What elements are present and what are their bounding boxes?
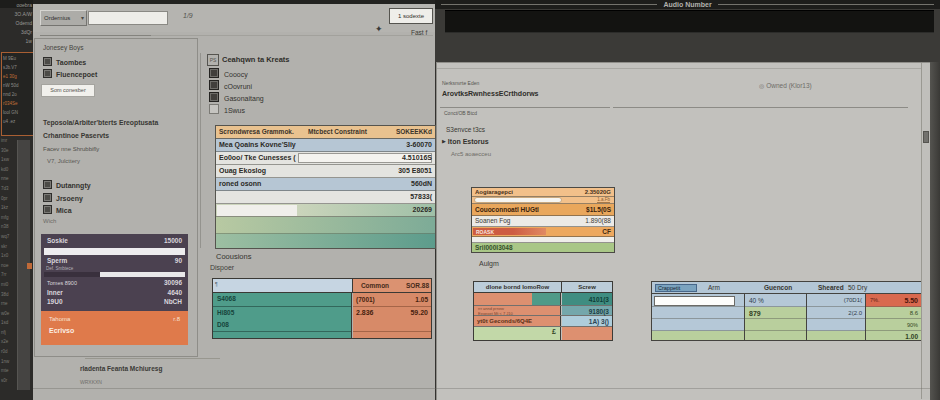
right-subtext-3[interactable]: ▶Iton Estorus (442, 138, 489, 145)
column-header: Mtcbect Constraint (308, 126, 367, 138)
detail-row-4[interactable]: ROASK CF (472, 227, 614, 237)
aulgm-label: Aulgm (479, 260, 499, 267)
stats-progress-fill (100, 272, 185, 277)
dock-line: 1sw (1, 155, 19, 165)
right-edge-strip (930, 62, 940, 400)
stat-label: 19U0 (47, 298, 63, 305)
constraints-table: Scrondwresa Grammok. Mtcbect Constraint … (215, 125, 436, 249)
detail-note: 1.a.Fb (597, 197, 610, 203)
column-header: Guencon (764, 282, 792, 293)
right-titlebar[interactable]: Audio Number (435, 0, 940, 9)
sidebar-item-taombes[interactable]: Taombes (43, 57, 86, 66)
dock-line: 1x0 (1, 251, 19, 261)
right-backdrop: Audio Number (435, 0, 940, 62)
scrollbar-thumb[interactable] (923, 131, 929, 143)
right-eyebrow: Nerksnvrte Eden (442, 80, 479, 86)
table-row[interactable]: 1.00 (652, 331, 921, 340)
scrollbar[interactable] (921, 63, 930, 399)
detail-progress-bar: ROASK (473, 228, 546, 235)
table-row[interactable]: roned osonn 560dN (216, 178, 435, 191)
grid-icon (43, 57, 52, 66)
table-row[interactable]: 57833( (216, 191, 435, 204)
row-input[interactable] (654, 296, 735, 306)
table-row[interactable]: rrr annd prnew Eeoeoet Mt < 7 J10 9180(3 (474, 306, 612, 316)
dock-line: Odemd (2, 19, 32, 28)
category-item-2[interactable]: cOovruni (209, 80, 252, 90)
dock-line: 3dQr (2, 28, 32, 37)
alert-panel[interactable]: Tahoma r.8 Ecrivso (41, 311, 188, 345)
dock-line: 3O.A/W (2, 10, 32, 19)
dock-panel: ooebra3O.A/WOdemd3dQr1w M 9EusJb.V7e1 30… (0, 0, 33, 400)
detail-row-2[interactable]: Couoconnoatl HUGtl $1L5(0S (472, 204, 614, 216)
constraints-table-header: Scrondwresa Grammok. Mtcbect Constraint … (216, 126, 435, 139)
table-row[interactable]: 879 2(2.0 8.6 (652, 307, 921, 319)
cell-value: 1A) 3() (589, 318, 609, 325)
stats-row-2: Sperm 90 (47, 257, 182, 264)
sidebar-item-jrsoeny[interactable]: Jrsoeny (43, 193, 83, 202)
sidebar-item-dutanngty[interactable]: Dutanngty (43, 180, 91, 189)
category-item-3[interactable]: Gasonaitang (209, 92, 264, 102)
cell: 2(2.0 (807, 307, 865, 319)
bond-table-header: dlone bornd lomoRow Screw (474, 282, 612, 293)
detail-row-1[interactable]: Aogiaragepci 2.35020G (472, 188, 614, 197)
square-icon (43, 69, 52, 78)
cell-value: 8.6 (910, 310, 918, 316)
weapons-table: Crappetit Arm Guencon Sheared 50 Dry 40 … (651, 281, 922, 341)
cell-value: 2.35020G (585, 188, 611, 196)
table-row[interactable]: 90% (652, 319, 921, 331)
table-row[interactable]: Eo0oo/ Tke Cunesses ( 4.51016S (216, 152, 435, 165)
stats-white-bar[interactable] (44, 248, 185, 255)
common-table-teal-column[interactable]: S4068 Hi805 D08 (213, 293, 352, 338)
cell (807, 331, 865, 340)
row-line (213, 306, 351, 307)
table-row[interactable]: £ (474, 327, 612, 340)
detail-row-6[interactable]: Sril000I3048 (472, 243, 614, 252)
table-row[interactable] (216, 234, 435, 248)
table-row[interactable]: 4101(3 (474, 293, 612, 306)
middle-divider (200, 53, 201, 248)
table-row[interactable]: Mea Qoains Kovne'Sliy 3-60070 (216, 139, 435, 152)
menu-strip (445, 10, 934, 33)
category-item-1[interactable]: Cooocy (209, 68, 248, 78)
dock-line: M 9Eu (3, 54, 32, 63)
category-item-4[interactable]: 1Swus (209, 104, 245, 114)
dock-line: r034Se (3, 99, 32, 108)
sidebar-button[interactable]: Som conesber (41, 84, 95, 97)
weapons-table-header: Crappetit Arm Guencon Sheared 50 Dry (652, 282, 921, 294)
toolbar-input[interactable] (88, 11, 168, 25)
stat-value: NbCH (164, 298, 182, 305)
cell-value: 5.50 (904, 297, 918, 304)
grid-icon (43, 193, 52, 202)
table-row[interactable]: 40 % (70D1( 7%. 5.50 (652, 294, 921, 307)
pilcrow-mark: ¶ (215, 281, 218, 287)
right-subtext-4: Arc5 aoaecceu (451, 151, 491, 157)
sodexte-button[interactable]: 1 sodexte (389, 8, 433, 24)
sidebar-item-label: Dutanngty (56, 182, 91, 189)
detail-input[interactable] (474, 197, 562, 203)
cell: 90% (866, 319, 921, 331)
dock-line: nnd 2o (3, 90, 32, 99)
coousions-label: Coousions (216, 252, 251, 261)
bond-table: dlone bornd lomoRow Screw 4101(3 rrr ann… (473, 281, 613, 341)
order-dropdown[interactable]: Ordernius ▾ (40, 10, 87, 26)
dock-selection-box[interactable]: M 9EusJb.V7e1 30gnW 50dnnd 2or034Selool … (1, 52, 33, 136)
table-row[interactable] (216, 217, 435, 234)
detail-row-3[interactable]: Soanen Fog 1.890(88 (472, 216, 614, 227)
table-row[interactable]: Ouag Ekoslog 305 E8051 (216, 165, 435, 178)
sidebar-item-mica[interactable]: Mica (43, 205, 72, 214)
dock-line: nne (1, 174, 19, 184)
sidebar-item-label: Fluencepoet (56, 71, 97, 78)
sidebar-item-label: Jrsoeny (56, 195, 83, 202)
table-row[interactable]: 20269 (216, 204, 435, 217)
circle-icon: ◎ (759, 83, 764, 89)
table-row[interactable]: yt0t Geconds/6Q4E 1A) 3() (474, 316, 612, 327)
rows-icon (43, 180, 52, 189)
dock-line: mte (1, 366, 19, 376)
sidebar-item-label: Mica (56, 207, 72, 214)
sidebar-subline-2: V7, Julcttery (47, 158, 80, 164)
dock-line: 0pr (1, 194, 19, 204)
stat-label: Sperm (47, 257, 67, 264)
titlebar-line-left (441, 4, 657, 5)
sidebar-item-fluencepoet[interactable]: Fluencepoet (43, 69, 97, 78)
selected-header-cell[interactable]: Crappetit (655, 284, 697, 292)
